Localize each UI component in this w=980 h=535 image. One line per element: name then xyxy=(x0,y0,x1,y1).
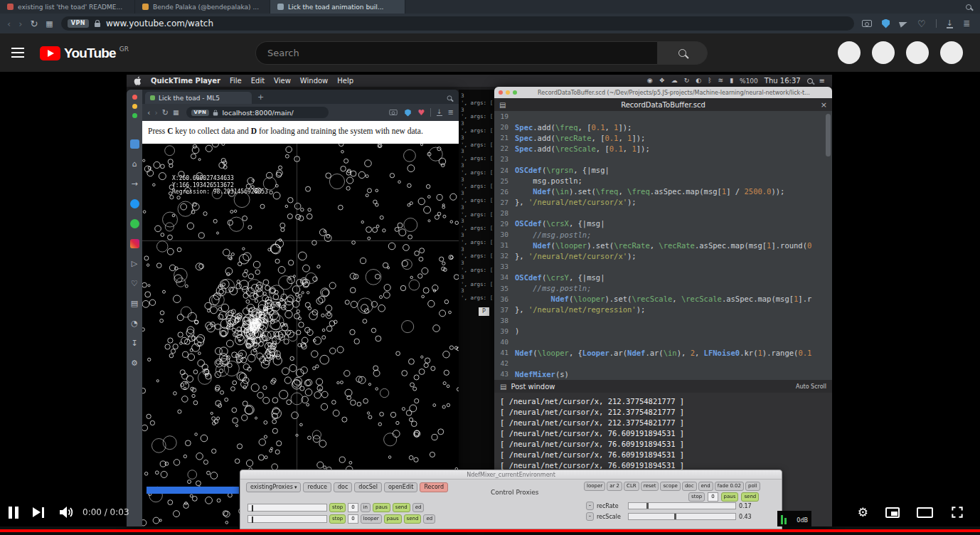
spotlight-icon[interactable] xyxy=(807,78,813,84)
download-icon[interactable]: ↓ xyxy=(437,109,442,116)
player-icon[interactable]: ▷ xyxy=(130,259,139,268)
record-icon[interactable]: ◉ xyxy=(647,78,653,84)
youtube-logo[interactable]: YouTube GR xyxy=(40,46,129,60)
mixer-record-button[interactable]: Record xyxy=(420,482,448,492)
send-icon[interactable] xyxy=(899,19,908,27)
code-editor[interactable]: 1920Spec.add(\freq, [0.1, 1]);21Spec.add… xyxy=(494,111,832,380)
close-window-button[interactable] xyxy=(132,95,137,100)
bluetooth-icon[interactable]: ᛒ xyxy=(708,78,711,84)
bookmarks-icon[interactable]: ▤ xyxy=(130,299,139,308)
progress-bar[interactable] xyxy=(0,529,980,532)
home-icon[interactable]: ⌂ xyxy=(130,159,139,169)
menubar-item[interactable]: File xyxy=(230,77,242,85)
miniplayer-button[interactable] xyxy=(885,507,900,518)
close-tab-icon[interactable]: × xyxy=(821,100,827,110)
back-button[interactable]: ‹ xyxy=(147,109,150,117)
scrollbar-thumb[interactable] xyxy=(826,114,831,157)
vpn-badge[interactable]: VPN xyxy=(68,19,89,28)
post-log[interactable]: [ /neural/net/cursor/x, 212.37754821777 … xyxy=(494,393,832,471)
reload-button[interactable]: ↻ xyxy=(30,19,38,28)
address-field[interactable]: VPN www.youtube.com/watch xyxy=(61,16,854,31)
mixer-reduce-button[interactable]: reduce xyxy=(303,482,331,492)
auto-scroll-toggle[interactable]: Auto Scroll xyxy=(796,383,826,390)
bookmark-heart-icon[interactable]: ♡ xyxy=(917,19,926,28)
spaces-icon[interactable] xyxy=(130,139,139,149)
flow-icon[interactable]: → xyxy=(130,179,139,189)
menubar-item[interactable]: View xyxy=(274,77,291,85)
reload-button[interactable]: ↻ xyxy=(162,109,169,117)
pause-button[interactable] xyxy=(9,507,18,519)
menubar-item[interactable]: Help xyxy=(337,77,353,85)
tab-search-button[interactable] xyxy=(447,91,452,102)
proxy-CLR-button[interactable]: CLR xyxy=(624,482,639,491)
messenger-icon[interactable] xyxy=(130,199,139,208)
browser-tab[interactable]: Lick the toad animation buil... xyxy=(270,0,405,14)
mixer-existingproxies-button[interactable]: existingProxies▾ xyxy=(246,482,301,492)
display-icon[interactable]: ◐ xyxy=(696,78,701,84)
download-icon[interactable]: ↓ xyxy=(947,19,953,28)
sc-title-bar[interactable]: RecordDataToBuffer.scd (~/Dev/Projects/p… xyxy=(494,87,832,98)
menubar-item[interactable]: Edit xyxy=(251,77,265,85)
search-input[interactable] xyxy=(255,41,657,65)
proxy-doc-button[interactable]: doc xyxy=(682,482,697,491)
proxy-reset-button[interactable]: reset xyxy=(641,482,659,491)
browser-tab[interactable]: existing list 'the toad' README... xyxy=(0,0,135,14)
history-icon[interactable]: ◔ xyxy=(130,319,139,328)
heart-icon[interactable]: ♡ xyxy=(130,279,139,288)
new-tab-button[interactable]: + xyxy=(257,92,264,102)
minimize-window-button[interactable] xyxy=(132,104,137,109)
bookmark-heart-icon[interactable]: ♥ xyxy=(417,109,425,117)
snapshot-icon[interactable] xyxy=(862,20,872,27)
document-tab[interactable]: RecordDataToBuffer.scd xyxy=(494,101,832,109)
lock-icon[interactable] xyxy=(95,23,100,27)
proxy-ar-2-button[interactable]: ar 2 xyxy=(607,482,622,491)
zoom-window-button[interactable] xyxy=(132,113,137,118)
avatar[interactable] xyxy=(940,41,963,64)
lock-icon[interactable] xyxy=(213,112,218,115)
tab-search-button[interactable] xyxy=(957,0,980,14)
mixer-doc-button[interactable]: doc xyxy=(334,482,352,492)
vpn-badge[interactable]: VPN xyxy=(191,110,210,116)
shield-icon[interactable] xyxy=(405,109,411,116)
forward-button[interactable]: › xyxy=(18,19,22,28)
menu-button[interactable] xyxy=(11,45,24,60)
video-player[interactable]: QuickTime Player FileEditViewWindowHelp … xyxy=(0,72,980,526)
snapshot-icon[interactable] xyxy=(390,110,398,115)
mixer-title[interactable]: NdefMixer_currentEnvironment xyxy=(240,470,782,480)
cloud-icon[interactable]: ☁ xyxy=(671,78,678,84)
settings-icon[interactable]: ⚙ xyxy=(130,359,139,368)
browser-tab[interactable]: Bende Palaka (@bendepalaka) ... xyxy=(135,0,270,14)
mute-button[interactable] xyxy=(57,504,74,521)
apple-icon[interactable] xyxy=(134,76,142,85)
close-window-button[interactable] xyxy=(499,90,503,95)
active-app-name[interactable]: QuickTime Player xyxy=(151,77,220,85)
mixer-docsel-button[interactable]: docSel xyxy=(354,482,382,492)
search-button[interactable] xyxy=(657,41,708,65)
avatar[interactable] xyxy=(838,41,861,64)
fullscreen-button[interactable] xyxy=(950,505,964,519)
extensions-icon[interactable]: ≣ xyxy=(448,109,454,116)
instagram-icon[interactable] xyxy=(130,239,139,248)
menubar-clock[interactable]: Thu 16:37 xyxy=(765,77,801,85)
avatar[interactable] xyxy=(906,41,929,64)
speed-dial-button[interactable]: ▦ xyxy=(173,109,179,116)
proxy-poll-button[interactable]: poll xyxy=(745,482,760,491)
recorded-tab[interactable]: Lick the toad - ML5 xyxy=(145,92,252,104)
wifi-icon[interactable]: ≋ xyxy=(718,78,724,84)
battery-icon[interactable]: ▮ xyxy=(730,78,733,84)
notification-center-icon[interactable]: ≡ xyxy=(819,77,825,85)
mixer-openedit-button[interactable]: openEdit xyxy=(384,482,417,492)
address-field[interactable]: VPN localhost:8000/main/ xyxy=(186,107,329,118)
sync-icon[interactable]: ↻ xyxy=(684,78,690,84)
theater-mode-button[interactable] xyxy=(917,507,933,518)
proxy-end-button[interactable]: end xyxy=(698,482,713,491)
proxy-fade-0-02-button[interactable]: fade 0.02 xyxy=(715,482,744,491)
next-button[interactable] xyxy=(33,507,44,518)
speed-dial-button[interactable]: ▦ xyxy=(46,19,53,28)
forward-button[interactable]: › xyxy=(154,109,157,117)
settings-button[interactable]: ⚙ xyxy=(858,507,868,519)
back-button[interactable]: ‹ xyxy=(7,19,11,28)
proxy-scope-button[interactable]: scope xyxy=(660,482,681,491)
shield-icon[interactable] xyxy=(882,19,890,28)
minimize-window-button[interactable] xyxy=(506,90,510,95)
